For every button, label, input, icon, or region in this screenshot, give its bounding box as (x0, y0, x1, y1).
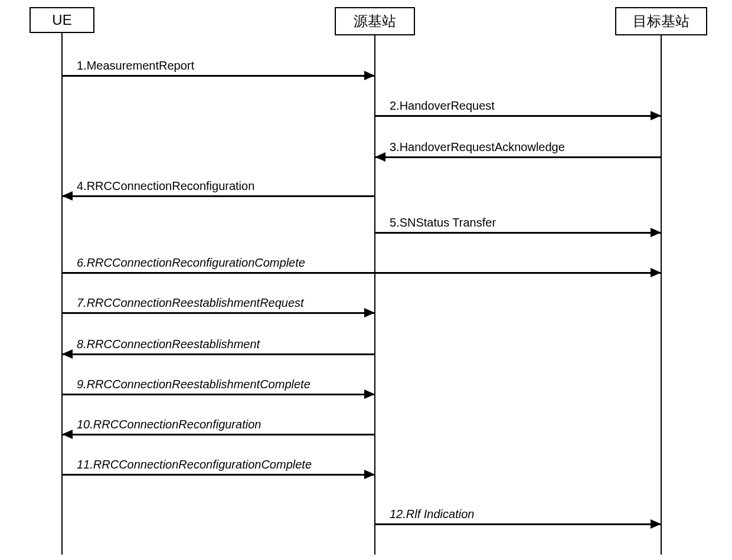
actor-ue: UE (30, 7, 94, 33)
message-arrow-9 (62, 394, 375, 395)
message-arrow-5 (375, 232, 661, 234)
message-arrow-1 (62, 75, 375, 77)
arrow-head-7 (364, 308, 375, 317)
arrow-head-10 (62, 430, 73, 439)
arrow-head-5 (651, 228, 661, 237)
message-label-10: 10.RRCConnectionReconfiguration (77, 418, 261, 431)
message-arrow-11 (62, 474, 375, 476)
arrow-head-8 (62, 349, 73, 359)
arrow-head-9 (364, 389, 375, 399)
arrow-head-6 (651, 268, 661, 277)
message-label-6: 6.RRCConnectionReconfigurationComplete (77, 256, 305, 270)
arrow-head-3 (375, 152, 385, 162)
message-label-9: 9.RRCConnectionReestablishmentComplete (77, 378, 311, 391)
message-arrow-2 (375, 115, 661, 117)
message-label-7: 7.RRCConnectionReestablishmentRequest (77, 296, 304, 310)
lifeline-ue (61, 33, 63, 555)
arrow-head-4 (62, 191, 73, 201)
actor-source-label: 源基站 (354, 13, 396, 29)
message-label-8: 8.RRCConnectionReestablishment (77, 338, 260, 351)
message-arrow-6 (62, 272, 661, 274)
message-arrow-12 (375, 523, 661, 525)
message-label-3: 3.HandoverRequestAcknowledge (390, 140, 565, 154)
actor-target-label: 目标基站 (633, 13, 689, 29)
message-arrow-8 (62, 353, 375, 355)
message-arrow-7 (62, 312, 375, 314)
message-label-4: 4.RRCConnectionReconfiguration (77, 179, 254, 193)
message-arrow-4 (62, 195, 375, 197)
actor-source: 源基站 (335, 7, 415, 35)
arrow-head-12 (651, 519, 661, 529)
message-label-1: 1.MeasurementReport (77, 59, 194, 73)
message-label-5: 5.SNStatus Transfer (390, 216, 496, 230)
message-label-2: 2.HandoverRequest (390, 99, 495, 113)
message-arrow-10 (62, 434, 375, 435)
actor-target: 目标基站 (615, 7, 707, 35)
arrow-head-11 (364, 470, 375, 479)
sequence-diagram: UE 源基站 目标基站 1.MeasurementReport2.Handove… (0, 0, 732, 560)
message-label-11: 11.RRCConnectionReconfigurationComplete (77, 458, 312, 471)
arrow-head-2 (651, 111, 661, 120)
message-label-12: 12.Rlf Indication (390, 507, 474, 521)
arrow-head-1 (364, 71, 375, 80)
actor-ue-label: UE (52, 12, 71, 28)
message-arrow-3 (375, 156, 661, 158)
